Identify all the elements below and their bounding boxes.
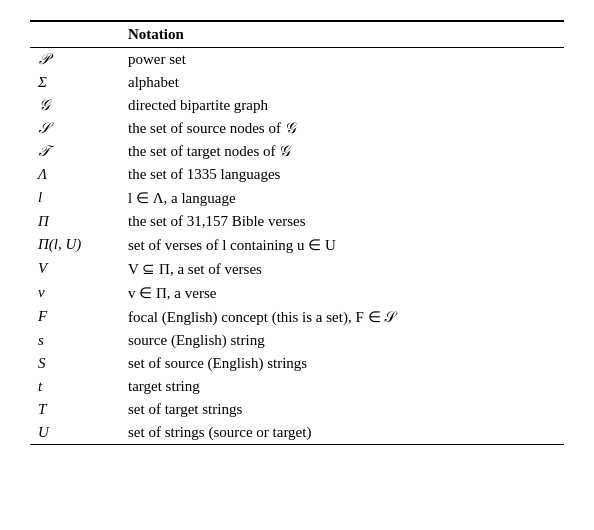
description-cell: the set of source nodes of 𝒢 [120, 117, 564, 140]
description-cell: alphabet [120, 71, 564, 94]
description-cell: set of verses of l containing u ∈ U [120, 233, 564, 257]
description-cell: set of strings (source or target) [120, 421, 564, 445]
notation-header: Notation [120, 21, 564, 48]
description-cell: target string [120, 375, 564, 398]
symbol-cell: 𝒫 [30, 48, 120, 72]
table-row: vv ∈ Π, a verse [30, 281, 564, 305]
symbol-cell: T [30, 398, 120, 421]
table-row: ttarget string [30, 375, 564, 398]
symbol-cell: 𝒢 [30, 94, 120, 117]
symbol-cell: V [30, 257, 120, 281]
table-row: 𝒯the set of target nodes of 𝒢 [30, 140, 564, 163]
symbol-cell: s [30, 329, 120, 352]
description-cell: the set of 31,157 Bible verses [120, 210, 564, 233]
notation-table: Notation 𝒫power setΣalphabet𝒢directed bi… [30, 20, 564, 449]
description-cell: directed bipartite graph [120, 94, 564, 117]
symbol-cell: Λ [30, 163, 120, 186]
description-cell: v ∈ Π, a verse [120, 281, 564, 305]
symbol-cell: 𝒯 [30, 140, 120, 163]
symbol-cell: F [30, 305, 120, 329]
symbol-cell: U [30, 421, 120, 445]
description-cell: l ∈ Λ, a language [120, 186, 564, 210]
description-cell: V ⊆ Π, a set of verses [120, 257, 564, 281]
table-row: Ffocal (English) concept (this is a set)… [30, 305, 564, 329]
symbol-cell: Π(l, U) [30, 233, 120, 257]
table-row: Tset of target strings [30, 398, 564, 421]
description-cell: focal (English) concept (this is a set),… [120, 305, 564, 329]
table-row: Π(l, U)set of verses of l containing u ∈… [30, 233, 564, 257]
description-cell: the set of 1335 languages [120, 163, 564, 186]
table-row: Uset of strings (source or target) [30, 421, 564, 445]
description-cell: set of target strings [120, 398, 564, 421]
symbol-cell: Π [30, 210, 120, 233]
table-row: 𝒢directed bipartite graph [30, 94, 564, 117]
description-cell: power set [120, 48, 564, 72]
table-row: Σalphabet [30, 71, 564, 94]
symbol-cell: v [30, 281, 120, 305]
table-row: ll ∈ Λ, a language [30, 186, 564, 210]
table-row: 𝒫power set [30, 48, 564, 72]
table-footer [30, 445, 564, 450]
symbol-header [30, 21, 120, 48]
table-row: Πthe set of 31,157 Bible verses [30, 210, 564, 233]
description-cell: source (English) string [120, 329, 564, 352]
table-row: 𝒮the set of source nodes of 𝒢 [30, 117, 564, 140]
symbol-cell: t [30, 375, 120, 398]
table-row: Λthe set of 1335 languages [30, 163, 564, 186]
table-row: Sset of source (English) strings [30, 352, 564, 375]
description-cell: the set of target nodes of 𝒢 [120, 140, 564, 163]
table-row: VV ⊆ Π, a set of verses [30, 257, 564, 281]
symbol-cell: l [30, 186, 120, 210]
symbol-cell: Σ [30, 71, 120, 94]
symbol-cell: S [30, 352, 120, 375]
symbol-cell: 𝒮 [30, 117, 120, 140]
table-row: ssource (English) string [30, 329, 564, 352]
description-cell: set of source (English) strings [120, 352, 564, 375]
